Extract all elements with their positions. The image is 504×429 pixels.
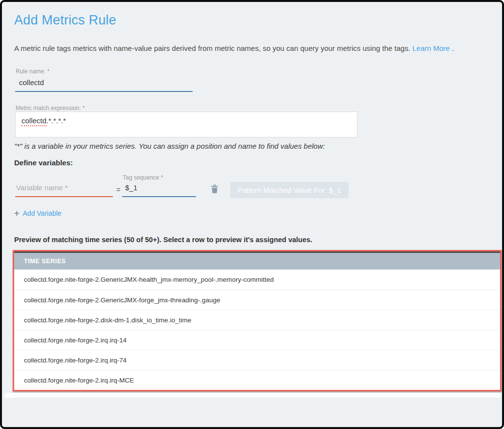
metric-match-expression-label: Metric match expression: * <box>16 105 85 112</box>
time-series-table: TIME SERIES collectd.forge.nite-forge-2.… <box>13 250 502 391</box>
equals-sign: = <box>116 186 120 194</box>
plus-icon: + <box>14 210 20 217</box>
learn-more-link[interactable]: Learn More <box>413 44 450 52</box>
panel-bottom-strip <box>5 393 500 398</box>
table-row[interactable]: collectd.forge.nite-forge-2.GenericJMX-f… <box>14 290 500 310</box>
tag-sequence-label: Tag sequence * <box>123 174 163 181</box>
table-row[interactable]: collectd.forge.nite-forge-2.irq.irq-MCE <box>14 370 500 390</box>
table-row[interactable]: collectd.forge.nite-forge-2.disk-dm-1.di… <box>14 310 500 330</box>
add-variable-button[interactable]: + Add Variable <box>14 209 62 217</box>
description-body: A metric rule tags metrics with name-val… <box>14 44 410 52</box>
pattern-matched-value-button[interactable]: Pattern Matched Value For: $_1 <box>230 182 349 198</box>
variable-name-input[interactable] <box>15 182 113 197</box>
time-series-rows: collectd.forge.nite-forge-2.GenericJMX-h… <box>14 270 500 390</box>
delete-variable-button[interactable] <box>209 183 220 195</box>
rule-name-label: Rule name: * <box>16 68 49 75</box>
tag-sequence-input[interactable] <box>122 182 196 197</box>
table-row[interactable]: collectd.forge.nite-forge-2.irq.irq-14 <box>14 330 500 350</box>
define-variables-heading: Define variables: <box>14 158 73 167</box>
metric-match-expression-input[interactable]: collectd.*.*.*.* <box>15 112 357 137</box>
expression-flagged-word: collectd <box>22 116 46 126</box>
add-metrics-rule-panel: Add Metrics Rule A metric rule tags metr… <box>0 0 504 429</box>
time-series-column-header: TIME SERIES <box>14 251 500 270</box>
preview-heading: Preview of matching time series (50 of 5… <box>14 236 312 244</box>
rule-name-input[interactable] <box>15 76 193 92</box>
trash-icon <box>210 187 219 195</box>
table-row[interactable]: collectd.forge.nite-forge-2.GenericJMX-h… <box>14 270 500 290</box>
table-row[interactable]: collectd.forge.nite-forge-2.irq.irq-74 <box>14 350 500 370</box>
description-text: A metric rule tags metrics with name-val… <box>14 44 454 52</box>
page-title: Add Metrics Rule <box>14 13 116 28</box>
variable-hint-note: "*" is a variable in your metrics series… <box>14 142 325 150</box>
description-suffix: . <box>452 44 454 52</box>
expression-rest: .*.*.*.* <box>46 116 66 125</box>
add-variable-label: Add Variable <box>23 209 62 217</box>
